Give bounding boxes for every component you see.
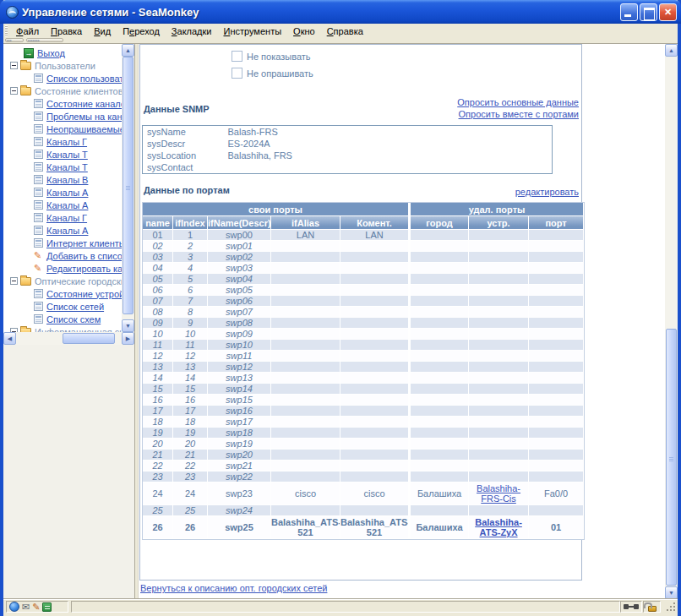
tree-link[interactable]: Выход — [37, 48, 65, 58]
list-icon — [34, 74, 43, 83]
menu-grippy[interactable] — [5, 25, 8, 36]
sidebar-hscrollbar-thumb[interactable] — [63, 333, 115, 344]
collapse-minus-icon[interactable] — [10, 87, 18, 95]
folder-label[interactable]: Оптические городские — [35, 276, 122, 286]
tree-link[interactable]: Состояние устройст — [46, 289, 122, 299]
composer-icon[interactable] — [32, 602, 40, 612]
sidebar-item: Проблемы на канал — [3, 110, 122, 123]
online-plug-icon[interactable] — [624, 603, 639, 610]
sidebar-scrollbar-thumb[interactable] — [123, 57, 133, 314]
sidebar-item: Неопрашиваемые к — [3, 123, 122, 135]
tree-link[interactable]: Каналы А — [46, 226, 88, 236]
menu-окно[interactable]: Окно — [287, 25, 321, 38]
list-icon — [34, 137, 43, 146]
port-cell: 11 — [143, 340, 173, 351]
tree-link[interactable]: Редактировать кана — [46, 264, 122, 274]
menu-переход[interactable]: Переход — [117, 25, 166, 38]
tree-link[interactable]: Каналы А — [46, 200, 88, 210]
tree-link[interactable]: Добавить в список к — [46, 251, 122, 261]
port-cell — [469, 450, 529, 461]
port-cell — [271, 241, 340, 252]
menu-правка[interactable]: Правка — [45, 25, 88, 38]
port-cell — [271, 450, 340, 461]
poll-with-ports-link[interactable]: Опросить вместе с портами — [459, 109, 579, 119]
no-poll-checkbox[interactable] — [232, 68, 242, 79]
port-cell — [529, 318, 584, 329]
pencil-icon — [34, 264, 44, 273]
tree-link[interactable]: Каналы Т — [46, 162, 88, 172]
up-arrow-icon[interactable]: ▲ — [665, 44, 678, 57]
tree-link[interactable]: Каналы Т — [46, 150, 88, 160]
folder-label[interactable]: Пользователи — [35, 61, 95, 71]
port-cell — [411, 318, 469, 329]
port-cell — [529, 230, 584, 241]
port-cell — [340, 505, 411, 516]
collapse-minus-icon[interactable] — [10, 277, 18, 285]
tree-link[interactable]: Каналы А — [46, 188, 88, 198]
tree-link[interactable]: Список сетей — [46, 302, 104, 312]
port-cell — [469, 362, 529, 373]
port-cell — [271, 307, 340, 318]
port-cell: 16 — [143, 395, 173, 406]
port-cell: 01 — [143, 230, 173, 241]
port-cell — [340, 307, 411, 318]
ports-column-header: город — [411, 216, 469, 230]
device-link[interactable]: Balashiha-ATS-ZyX — [475, 517, 522, 537]
port-row: 066swp05 — [143, 285, 584, 296]
edit-ports-link[interactable]: редактировать — [515, 187, 579, 197]
minimize-button[interactable] — [620, 3, 638, 21]
sidebar-vertical-scrollbar[interactable]: ▲ ▼ — [122, 44, 134, 332]
tree-link[interactable]: Каналы В — [46, 175, 88, 185]
tree-link[interactable]: Проблемы на канал — [46, 112, 122, 122]
toolbar-grippy-1[interactable]: ▸▸▸ — [5, 38, 24, 42]
toolbar-grippy-2[interactable]: ▸▸▸▸▸▸▸ — [26, 38, 63, 42]
port-row: 1616swp15 — [143, 395, 584, 406]
collapse-minus-icon[interactable] — [10, 62, 18, 69]
folder-label[interactable]: Состояние клиентов — [35, 86, 122, 96]
tree-link[interactable]: Состояние каналов — [46, 99, 122, 109]
menu-инструменты[interactable]: Инструменты — [217, 25, 287, 38]
port-cell — [340, 406, 411, 417]
tree-link[interactable]: Каналы Г — [46, 137, 87, 147]
down-arrow-icon[interactable]: ▼ — [665, 586, 678, 599]
port-cell: swp02 — [208, 252, 271, 263]
maximize-button[interactable] — [640, 3, 657, 21]
snmp-field-value: Balashiha, FRS — [224, 150, 553, 161]
port-cell — [411, 230, 469, 241]
menu-закладки[interactable]: Закладки — [166, 25, 218, 38]
hide-checkbox[interactable] — [232, 51, 242, 62]
tree-link[interactable]: Неопрашиваемые к — [46, 124, 122, 134]
port-cell — [529, 472, 584, 482]
tree-link[interactable]: Каналы Г — [46, 213, 87, 223]
content-scrollbar-thumb[interactable] — [666, 329, 677, 586]
mail-icon[interactable] — [22, 602, 30, 612]
menu-справка[interactable]: Справка — [321, 25, 369, 38]
resize-grip[interactable] — [666, 602, 677, 613]
sidebar-horizontal-scrollbar[interactable]: ◀ ▶ — [3, 332, 134, 345]
port-cell: 08 — [143, 307, 173, 318]
port-cell — [469, 505, 529, 516]
device-link[interactable]: Balashiha-FRS-Cis — [477, 483, 520, 504]
tree-link[interactable]: Список схем — [46, 314, 101, 324]
menu-вид[interactable]: Вид — [88, 25, 117, 38]
poll-basic-data-link[interactable]: Опросить основные данные — [457, 97, 579, 107]
port-cell: 15 — [143, 384, 173, 395]
menu-файл[interactable]: Файл — [10, 25, 45, 38]
back-to-networks-link[interactable]: Вернуться к описанию опт. городских сете… — [140, 583, 327, 593]
right-arrow-icon[interactable]: ▶ — [122, 332, 134, 345]
security-lock-icon[interactable] — [648, 606, 656, 612]
tree-link[interactable]: Интернет клиенты — [46, 238, 122, 248]
port-row: 1717swp16 — [143, 406, 584, 417]
port-row: 2222swp21 — [143, 461, 584, 472]
tree-link[interactable]: Список пользовате — [46, 74, 122, 84]
up-arrow-icon[interactable]: ▲ — [122, 44, 134, 57]
port-cell — [340, 373, 411, 384]
port-cell: Balashiha-FRS-Cis — [469, 482, 529, 505]
down-arrow-icon[interactable]: ▼ — [122, 319, 134, 332]
content-vertical-scrollbar[interactable]: ▲ ▼ — [665, 44, 678, 599]
left-arrow-icon[interactable]: ◀ — [3, 332, 16, 345]
address-book-icon[interactable] — [42, 602, 52, 612]
port-cell — [271, 252, 340, 263]
close-button[interactable]: ✕ — [659, 3, 677, 21]
navigator-icon[interactable] — [9, 602, 19, 612]
